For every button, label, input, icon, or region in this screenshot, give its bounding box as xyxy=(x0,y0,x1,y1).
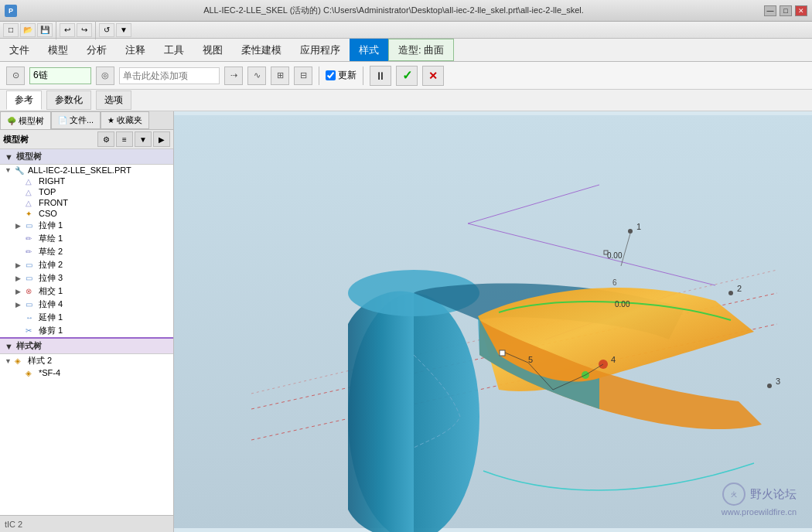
tree-item-cso[interactable]: ✦ CSO xyxy=(0,208,173,219)
tree-item-front[interactable]: △ FRONT xyxy=(0,197,173,208)
menu-analysis[interactable]: 分析 xyxy=(77,39,116,61)
menu-apps[interactable]: 应用程序 xyxy=(291,39,350,61)
svg-text:4: 4 xyxy=(611,355,616,364)
tree-expand-button[interactable]: ▼ xyxy=(135,131,152,147)
confirm-button[interactable]: ✓ xyxy=(396,66,418,86)
tab-parametric[interactable]: 参数化 xyxy=(46,90,91,110)
update-checkbox[interactable] xyxy=(326,70,336,80)
tic-label: tIC 2 xyxy=(5,520,22,529)
menu-style[interactable]: 样式 xyxy=(350,39,388,61)
panel-tab-bookmarks-label: 收藏夹 xyxy=(117,114,142,126)
svg-text:6: 6 xyxy=(612,278,617,287)
svg-text:5: 5 xyxy=(528,355,533,364)
model-tree-icon: 🌳 xyxy=(7,117,16,125)
bookmarks-icon: ★ xyxy=(107,116,114,124)
tab-options[interactable]: 选项 xyxy=(96,90,131,110)
style2-icon: ◈ xyxy=(15,356,26,365)
maximize-button[interactable]: □ xyxy=(780,5,792,16)
qa-open-button[interactable]: 📂 xyxy=(20,23,36,37)
minimize-button[interactable]: — xyxy=(764,5,776,16)
qa-save-button[interactable]: 💾 xyxy=(37,23,53,37)
qa-undo-button[interactable]: ↩ xyxy=(60,23,75,37)
tree-item-sketch1[interactable]: ✏ 草绘 1 xyxy=(0,232,173,245)
trim1-icon: ✂ xyxy=(26,326,36,335)
menu-tools[interactable]: 工具 xyxy=(155,39,193,61)
select-icon-button[interactable]: ◎ xyxy=(96,66,114,85)
tree-item-extrude1[interactable]: ▶ ▭ 拉伸 1 xyxy=(0,219,173,232)
titlebar: P ALL-IEC-2-LLE_SKEL (活动的) C:\Users\Admi… xyxy=(0,0,812,22)
tree-item-extrude4[interactable]: ▶ ▭ 拉伸 4 xyxy=(0,298,173,311)
svg-point-23 xyxy=(767,384,772,388)
project-icon-button[interactable]: ⊟ xyxy=(294,66,312,85)
tree-nav-button[interactable]: ▶ xyxy=(153,131,170,147)
model-tree-header[interactable]: ▼ 模型树 xyxy=(0,149,173,165)
window-controls[interactable]: — □ ✕ xyxy=(764,5,807,16)
menu-modeling[interactable]: 造型: 曲面 xyxy=(388,39,454,61)
sf4-icon: ◈ xyxy=(26,369,36,377)
tree-item-extrude4-label: 拉伸 4 xyxy=(39,298,63,310)
curve-icon-button[interactable]: ∿ xyxy=(247,66,266,85)
quick-access-toolbar: □ 📂 💾 ↩ ↪ ↺ ▼ xyxy=(0,22,812,39)
tree-settings-button[interactable]: ⚙ xyxy=(97,131,114,147)
panel-tab-model-tree[interactable]: 🌳 模型树 xyxy=(0,111,51,129)
menu-annotation[interactable]: 注释 xyxy=(116,39,155,61)
menu-file[interactable]: 文件 xyxy=(0,39,39,61)
feature-icon-button[interactable]: ⊙ xyxy=(6,66,25,85)
panel-status: tIC 2 xyxy=(0,515,173,532)
menubar: 文件 模型 分析 注释 工具 视图 柔性建模 应用程序 样式 造型: 曲面 xyxy=(0,39,812,62)
panel-tabs: 🌳 模型树 📄 文件... ★ 收藏夹 xyxy=(0,111,173,130)
tree-item-top[interactable]: △ TOP xyxy=(0,186,173,197)
viewport[interactable]: □ ◱ ⬜ ◁ ○ ⊕ ✕ Y ↕ ◈ xyxy=(174,111,812,532)
arrow-icon-button[interactable]: ⇢ xyxy=(224,66,243,85)
style-tree-header[interactable]: ▼ 样式树 xyxy=(0,337,173,354)
tree-item-style2[interactable]: ▼ ◈ 样式 2 xyxy=(0,354,173,367)
panel-tab-bookmarks[interactable]: ★ 收藏夹 xyxy=(101,111,149,129)
tree-list-button[interactable]: ≡ xyxy=(116,131,133,147)
tree-item-root-label: ALL-IEC-2-LLE_SKEL.PRT xyxy=(28,165,131,175)
tree-item-extrude2[interactable]: ▶ ▭ 拉伸 2 xyxy=(0,258,173,271)
menu-model[interactable]: 模型 xyxy=(39,39,77,61)
tree-item-trim1[interactable]: ✂ 修剪 1 xyxy=(0,324,173,337)
qa-dropdown-button[interactable]: ▼ xyxy=(116,23,131,37)
tree-item-extrude3-label: 拉伸 3 xyxy=(39,272,63,284)
tree-item-style2-label: 样式 2 xyxy=(28,355,52,367)
close-button[interactable]: ✕ xyxy=(795,5,807,16)
tree-item-sketch2[interactable]: ✏ 草绘 2 xyxy=(0,245,173,258)
qa-refresh-button[interactable]: ↺ xyxy=(99,23,114,37)
panel-tab-files[interactable]: 📄 文件... xyxy=(51,111,101,129)
chain-input[interactable] xyxy=(29,67,91,84)
tree-item-extend1[interactable]: ↔ 延伸 1 xyxy=(0,311,173,324)
pause-button[interactable]: ⏸ xyxy=(370,66,391,86)
tree-item-extrude1-label: 拉伸 1 xyxy=(39,220,63,231)
tree-item-right[interactable]: △ RIGHT xyxy=(0,176,173,186)
model-tree-collapse-icon: ▼ xyxy=(5,152,13,162)
menu-view[interactable]: 视图 xyxy=(193,39,232,61)
3d-model-canvas: 1 2 0.00 6 0.00 5 4 3 xyxy=(174,111,812,532)
panel-tab-files-label: 文件... xyxy=(70,114,94,126)
cancel-button[interactable]: ✕ xyxy=(422,66,444,86)
add-item-input[interactable] xyxy=(119,67,220,84)
qa-redo-button[interactable]: ↪ xyxy=(77,23,92,37)
tree-item-intersect1[interactable]: ▶ ⊗ 相交 1 xyxy=(0,285,173,298)
feature-toolbar: ⊙ ◎ ⇢ ∿ ⊞ ⊟ 更新 ⏸ ✓ ✕ xyxy=(0,62,812,90)
tree-toolbar-label: 模型树 xyxy=(3,134,96,145)
style2-expand-icon: ▼ xyxy=(5,357,12,365)
tree-item-extrude3[interactable]: ▶ ▭ 拉伸 3 xyxy=(0,271,173,285)
intersect-icon-button[interactable]: ⊞ xyxy=(271,66,289,85)
svg-text:3: 3 xyxy=(776,377,780,386)
qa-new-button[interactable]: □ xyxy=(3,23,19,37)
tree-item-trim1-label: 修剪 1 xyxy=(39,325,63,336)
tree-item-sf4[interactable]: ◈ *SF-4 xyxy=(0,367,173,378)
svg-point-9 xyxy=(628,229,633,234)
left-panel: 🌳 模型树 📄 文件... ★ 收藏夹 模型树 ⚙ ≡ ▼ ▶ ▼ xyxy=(0,111,174,532)
tree-item-root[interactable]: ▼ 🔧 ALL-IEC-2-LLE_SKEL.PRT xyxy=(0,165,173,176)
tree-item-top-label: TOP xyxy=(39,187,56,196)
style-tree-section-label: 样式树 xyxy=(16,340,42,352)
update-label: 更新 xyxy=(338,69,357,82)
menu-flexible[interactable]: 柔性建模 xyxy=(232,39,291,61)
top-plane-icon: △ xyxy=(26,188,36,196)
tab-reference[interactable]: 参考 xyxy=(6,90,42,110)
files-icon: 📄 xyxy=(58,116,67,124)
extrude3-expand-icon: ▶ xyxy=(15,275,23,282)
tree-item-sketch1-label: 草绘 1 xyxy=(39,233,63,244)
